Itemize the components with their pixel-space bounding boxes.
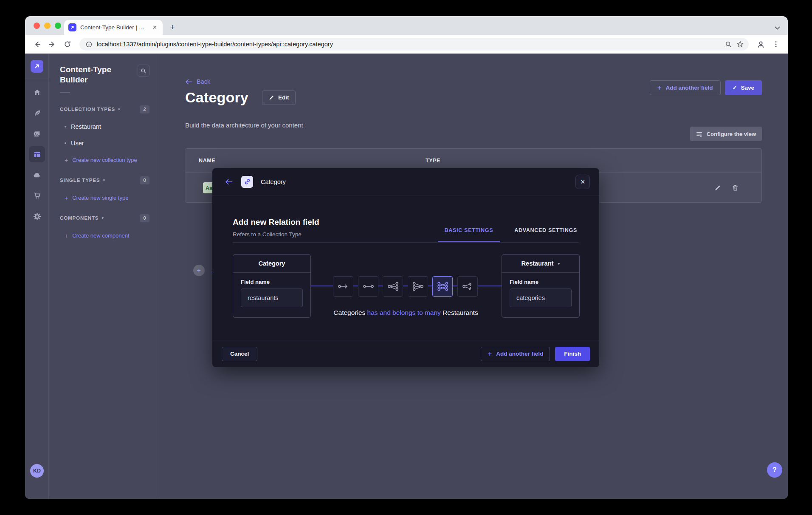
- modal-title: Add new Relation field: [233, 218, 319, 227]
- tab-search-chevron-icon[interactable]: [775, 26, 780, 30]
- strapi-logo[interactable]: [31, 60, 43, 73]
- configure-view-button[interactable]: Configure the view: [690, 127, 762, 141]
- search-button[interactable]: [138, 65, 149, 77]
- sidebar-item-label: User: [71, 140, 84, 147]
- edit-button[interactable]: Edit: [262, 91, 296, 105]
- browser-tab[interactable]: Content-Type Builder | Strapi ✕: [64, 20, 163, 35]
- create-component-link[interactable]: + Create new component: [60, 232, 149, 239]
- sidebar-item-user[interactable]: User: [60, 140, 149, 147]
- delete-field-icon[interactable]: [732, 184, 739, 191]
- nav-home[interactable]: [29, 84, 45, 100]
- question-icon: ?: [773, 466, 777, 474]
- plus-icon: +: [65, 195, 68, 201]
- plus-icon: +: [65, 157, 68, 164]
- page-title: Category: [185, 89, 248, 106]
- minimize-window-button[interactable]: [44, 23, 51, 29]
- cancel-button[interactable]: Cancel: [222, 347, 257, 361]
- section-collection-types[interactable]: COLLECTION TYPES ▾ 2: [60, 105, 149, 113]
- sentence-object: Restaurants: [443, 309, 478, 316]
- nav-media-library[interactable]: [29, 126, 45, 142]
- section-count-badge: 0: [140, 176, 149, 184]
- back-arrow-icon: [185, 79, 192, 85]
- target-type-dropdown[interactable]: Restaurant ▾: [502, 255, 579, 273]
- relation-type-many-to-one[interactable]: [408, 276, 428, 297]
- column-type: TYPE: [426, 158, 440, 164]
- target-type-card: Restaurant ▾ Field name: [502, 254, 580, 318]
- sentence-verb: has and belongs to many: [367, 309, 441, 316]
- plus-icon: +: [657, 84, 662, 92]
- relation-link-icon: [241, 176, 253, 188]
- nav-cloud[interactable]: [29, 167, 45, 183]
- nav-content-type-builder[interactable]: [29, 146, 45, 162]
- pencil-icon: [269, 95, 274, 100]
- many-way-icon: [462, 282, 474, 291]
- sentence-subject: Categories: [333, 309, 365, 316]
- main-nav-rail: KD: [25, 54, 49, 499]
- source-field-name-input[interactable]: [241, 289, 303, 307]
- modal-footer: Cancel + Add another field Finish: [212, 340, 599, 367]
- close-icon: ✕: [580, 178, 585, 185]
- site-info-icon[interactable]: [85, 41, 93, 48]
- bullet-icon: [65, 142, 66, 144]
- address-bar[interactable]: localhost:1337/admin/plugins/content-typ…: [79, 38, 749, 51]
- nav-content-manager[interactable]: [29, 105, 45, 121]
- nav-settings[interactable]: [29, 208, 45, 224]
- section-single-types[interactable]: SINGLE TYPES ▾ 0: [60, 176, 149, 184]
- finish-button[interactable]: Finish: [555, 347, 590, 361]
- nav-marketplace[interactable]: [29, 187, 45, 204]
- relation-type-one-to-many[interactable]: [383, 276, 403, 297]
- tab-basic-settings[interactable]: BASIC SETTINGS: [443, 218, 495, 242]
- reload-icon[interactable]: [61, 37, 74, 51]
- plus-icon: +: [488, 350, 492, 358]
- target-field-name-input[interactable]: [510, 289, 572, 307]
- section-components[interactable]: COMPONENTS ▾ 0: [60, 214, 149, 222]
- tab-close-icon[interactable]: ✕: [151, 24, 158, 31]
- relation-type-many-to-many[interactable]: [432, 276, 453, 297]
- ctb-panel-title: Content-Type Builder: [60, 65, 138, 85]
- user-avatar[interactable]: KD: [30, 464, 44, 478]
- tab-advanced-settings[interactable]: ADVANCED SETTINGS: [513, 218, 579, 242]
- save-button[interactable]: ✓ Save: [725, 80, 762, 95]
- bookmark-star-icon[interactable]: [734, 38, 746, 50]
- relation-type-one-to-one[interactable]: [358, 276, 378, 297]
- new-tab-button[interactable]: +: [166, 21, 179, 34]
- section-label: SINGLE TYPES: [60, 178, 100, 183]
- modal-header: Category ✕: [212, 168, 599, 195]
- maximize-window-button[interactable]: [55, 23, 61, 29]
- page-subtitle: Build the data architecture of your cont…: [185, 122, 303, 129]
- close-window-button[interactable]: [34, 23, 40, 29]
- relation-type-one-way[interactable]: [333, 276, 353, 297]
- add-another-field-button[interactable]: + Add another field: [650, 80, 721, 95]
- modal-tabs: BASIC SETTINGS ADVANCED SETTINGS: [443, 218, 579, 242]
- browser-menu-icon[interactable]: [769, 37, 783, 51]
- section-label: COLLECTION TYPES: [60, 107, 115, 112]
- chevron-down-icon: ▾: [558, 261, 560, 266]
- forward-icon[interactable]: [45, 37, 59, 51]
- relation-type-many-way[interactable]: [457, 276, 478, 297]
- configure-list-icon: [696, 131, 702, 137]
- one-to-one-icon: [363, 283, 374, 289]
- create-single-type-link[interactable]: + Create new single type: [60, 195, 149, 201]
- ctb-sidebar: Content-Type Builder COLLECTION TYPES ▾ …: [49, 54, 159, 499]
- back-link[interactable]: Back: [185, 78, 210, 85]
- column-name: NAME: [199, 158, 215, 164]
- edit-field-icon[interactable]: [714, 184, 721, 191]
- window-controls: [34, 23, 61, 29]
- zoom-icon[interactable]: [722, 38, 734, 50]
- target-field-label: Field name: [510, 279, 572, 285]
- add-relation-modal: Category ✕ Add new Relation field Refers…: [212, 168, 599, 367]
- sidebar-item-restaurant[interactable]: Restaurant: [60, 123, 149, 130]
- chevron-down-icon: ▾: [103, 178, 105, 182]
- modal-close-button[interactable]: ✕: [575, 175, 590, 189]
- section-count-badge: 0: [140, 214, 149, 222]
- screenshot-stage: Content-Type Builder | Strapi ✕ +: [0, 0, 812, 515]
- rail-divider: [25, 79, 48, 79]
- modal-add-another-field-button[interactable]: + Add another field: [481, 347, 550, 361]
- browser-profile-icon[interactable]: [754, 37, 767, 51]
- create-collection-type-link[interactable]: + Create new collection type: [60, 157, 149, 164]
- back-icon[interactable]: [30, 37, 44, 51]
- target-type-title: Restaurant: [522, 260, 554, 267]
- plus-icon: +: [65, 232, 68, 239]
- help-button[interactable]: ?: [767, 462, 782, 478]
- modal-back-button[interactable]: [225, 179, 233, 185]
